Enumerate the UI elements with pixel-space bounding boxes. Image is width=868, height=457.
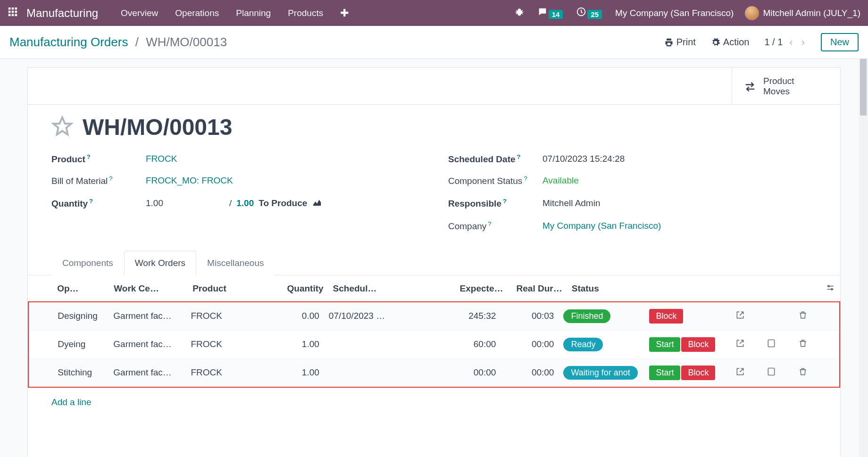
start-button[interactable]: Start <box>649 337 680 352</box>
action-button[interactable]: Action <box>703 37 757 48</box>
table-options-icon[interactable] <box>826 284 835 294</box>
cell-scheduled[interactable] <box>324 330 406 358</box>
activities-icon[interactable]: 25 <box>569 7 609 19</box>
table-row[interactable]: DesigningGarment fac…FROCK0.0007/10/2023… <box>29 302 839 331</box>
col-operation[interactable]: Op… <box>52 275 109 301</box>
cell-workcenter[interactable]: Garment fac… <box>108 302 186 331</box>
priority-star-icon[interactable] <box>51 116 73 139</box>
trash-icon[interactable] <box>795 312 810 322</box>
company-value[interactable]: My Company (San Francisco) <box>542 221 661 231</box>
product-moves-button[interactable]: Product Moves <box>732 68 840 104</box>
external-link-icon[interactable] <box>733 341 748 350</box>
scheduled-date-label: Scheduled Date? <box>448 153 542 165</box>
forecast-chart-icon[interactable] <box>312 197 322 210</box>
user-avatar[interactable] <box>745 6 759 20</box>
breadcrumb-root[interactable]: Manufacturing Orders <box>9 35 128 49</box>
nav-operations[interactable]: Operations <box>167 8 227 18</box>
debug-bug-icon[interactable] <box>508 7 531 19</box>
scheduled-date-value[interactable]: 07/10/2023 15:24:28 <box>542 154 625 164</box>
cell-realdur[interactable]: 00:00 <box>501 358 559 387</box>
vertical-scrollbar[interactable] <box>859 59 868 457</box>
cell-operation[interactable]: Stitching <box>53 358 108 387</box>
help-icon[interactable]: ? <box>488 220 491 227</box>
cell-realdur[interactable]: 00:00 <box>501 330 559 358</box>
help-icon[interactable]: ? <box>503 198 507 205</box>
help-icon[interactable]: ? <box>109 175 112 182</box>
start-button[interactable]: Start <box>649 366 680 380</box>
cell-product[interactable]: FROCK <box>186 330 273 358</box>
cell-realdur[interactable]: 00:03 <box>501 302 559 331</box>
cell-workcenter[interactable]: Garment fac… <box>108 330 186 358</box>
block-button[interactable]: Block <box>649 309 683 324</box>
tablet-icon[interactable] <box>764 369 779 378</box>
quantity-value[interactable]: 1.00 <box>146 198 163 208</box>
apps-grid-icon[interactable] <box>8 7 18 19</box>
cell-workcenter[interactable]: Garment fac… <box>108 358 186 387</box>
col-status[interactable]: Status <box>567 275 646 301</box>
table-row[interactable]: DyeingGarment fac…FROCK1.0060:0000:00Rea… <box>29 330 839 358</box>
bom-value[interactable]: FROCK_MO: FROCK <box>146 175 233 186</box>
pager-next-icon[interactable]: › <box>800 36 807 49</box>
breadcrumb: Manufacturing Orders / WH/MO/00013 <box>9 35 227 50</box>
new-button[interactable]: New <box>821 33 859 51</box>
product-value[interactable]: FROCK <box>146 154 177 164</box>
messages-badge: 14 <box>549 10 563 19</box>
cell-operation[interactable]: Dyeing <box>53 330 108 358</box>
help-icon[interactable]: ? <box>87 153 91 160</box>
help-icon[interactable]: ? <box>517 153 521 160</box>
tab-work-orders[interactable]: Work Orders <box>124 251 196 275</box>
table-row[interactable]: StitchingGarment fac…FROCK1.0000:0000:00… <box>29 358 839 387</box>
block-button[interactable]: Block <box>681 366 715 380</box>
print-label: Print <box>676 37 696 48</box>
pager-prev-icon[interactable]: ‹ <box>787 36 794 49</box>
nav-overview[interactable]: Overview <box>112 8 167 18</box>
cell-quantity[interactable]: 0.00 <box>273 302 324 331</box>
gear-icon <box>711 38 720 47</box>
col-product[interactable]: Product <box>188 275 276 301</box>
cell-product[interactable]: FROCK <box>186 302 273 331</box>
cell-scheduled[interactable] <box>324 358 406 387</box>
trash-icon[interactable] <box>795 369 810 378</box>
cell-expected[interactable]: 00:00 <box>406 358 501 387</box>
tab-miscellaneous[interactable]: Miscellaneous <box>196 251 275 275</box>
block-button[interactable]: Block <box>681 337 715 352</box>
cell-quantity[interactable]: 1.00 <box>273 330 324 358</box>
nav-products[interactable]: Products <box>279 8 332 18</box>
svg-rect-7 <box>12 14 14 17</box>
company-switcher[interactable]: My Company (San Francisco) <box>609 8 740 18</box>
cell-scheduled[interactable]: 07/10/2023 … <box>324 302 406 331</box>
tablet-icon[interactable] <box>764 341 779 350</box>
app-brand[interactable]: Manufacturing <box>26 7 98 20</box>
help-icon[interactable]: ? <box>89 198 93 205</box>
nav-planning[interactable]: Planning <box>227 8 279 18</box>
col-quantity[interactable]: Quantity <box>276 275 328 301</box>
responsible-label: Responsible? <box>448 198 542 209</box>
stat-button-line1: Product <box>763 76 794 86</box>
add-line-link[interactable]: Add a line <box>28 388 840 417</box>
external-link-icon[interactable] <box>733 312 748 322</box>
cell-quantity[interactable]: 1.00 <box>273 358 324 387</box>
col-scheduled[interactable]: Schedul… <box>328 275 412 301</box>
col-workcenter[interactable]: Work Ce… <box>109 275 188 301</box>
messages-icon[interactable]: 14 <box>531 7 570 19</box>
quantity-divisor[interactable]: 1.00 <box>236 198 254 208</box>
tab-components[interactable]: Components <box>51 251 124 275</box>
pager-value[interactable]: 1 / 1 <box>764 37 783 48</box>
scrollbar-thumb[interactable] <box>860 59 867 116</box>
cell-expected[interactable]: 60:00 <box>406 330 501 358</box>
col-realdur[interactable]: Real Dur… <box>508 275 567 301</box>
responsible-value[interactable]: Mitchell Admin <box>542 198 601 208</box>
col-expected[interactable]: Expecte… <box>412 275 508 301</box>
trash-icon[interactable] <box>795 341 810 350</box>
work-orders-table: Op… Work Ce… Product Quantity Schedul… E… <box>28 275 840 301</box>
stat-button-line2: Moves <box>763 86 794 97</box>
cell-expected[interactable]: 245:32 <box>406 302 501 331</box>
cell-product[interactable]: FROCK <box>186 358 273 387</box>
print-button[interactable]: Print <box>657 37 703 48</box>
external-link-icon[interactable] <box>733 369 748 378</box>
help-icon[interactable]: ? <box>524 175 527 182</box>
nav-add-icon[interactable]: ✚ <box>332 7 357 19</box>
fields-grid: Product? FROCK Scheduled Date? 07/10/202… <box>51 153 817 232</box>
cell-operation[interactable]: Designing <box>53 302 108 331</box>
user-menu[interactable]: Mitchell Admin (JULY_1) <box>763 8 860 18</box>
